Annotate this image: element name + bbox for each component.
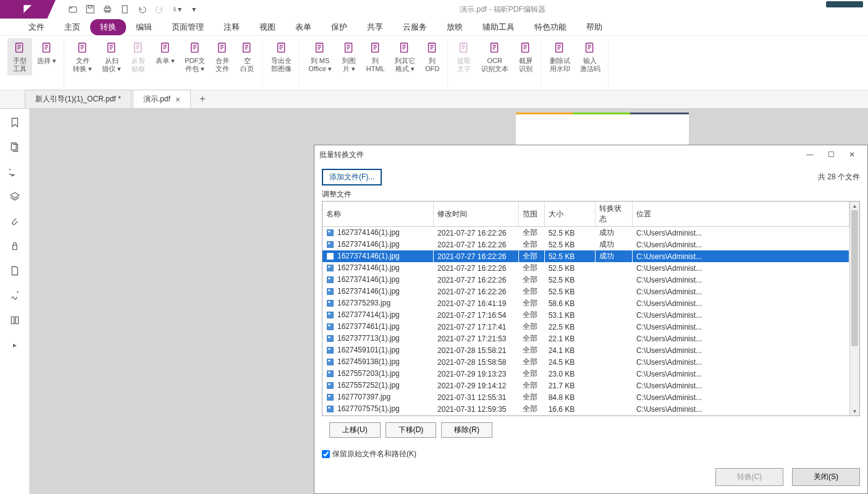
doc-tab[interactable]: 新人引导(1)(1)_OCR.pdf *	[25, 90, 132, 108]
touch-icon[interactable]: ▾	[172, 4, 182, 14]
menu-3[interactable]: 编辑	[126, 19, 162, 35]
ribbon-hand-tool[interactable]: 手型 工具	[7, 38, 32, 75]
ribbon-ocr-text[interactable]: OCR 识别文本	[476, 38, 513, 75]
sidebar-doc-icon[interactable]	[9, 265, 21, 277]
ribbon-from-scanner[interactable]: 从扫 描仪 ▾	[97, 38, 126, 75]
table-row[interactable]: 1627377461(1).jpg2021-07-27 17:17:41全部22…	[322, 321, 849, 333]
scroll-thumb[interactable]	[851, 210, 858, 346]
col-header-status[interactable]: 转换状态	[596, 202, 633, 227]
sidebar-pages-icon[interactable]	[9, 141, 21, 153]
undo-icon[interactable]	[137, 4, 147, 14]
minimize-icon[interactable]: —	[799, 147, 820, 162]
scroll-up-icon[interactable]: ▲	[850, 202, 859, 210]
sidebar-chat-icon[interactable]	[9, 166, 21, 178]
doc-icon[interactable]	[120, 4, 130, 14]
menu-4[interactable]: 页面管理	[162, 19, 214, 35]
svg-rect-2	[88, 6, 92, 8]
table-row[interactable]: 1627557252(1).jpg2021-07-29 19:14:12全部21…	[322, 380, 849, 391]
ribbon-to-msoffice[interactable]: 到 MS Office ▾	[303, 38, 337, 75]
print-icon[interactable]	[103, 4, 112, 14]
menu-13[interactable]: 特色功能	[525, 19, 576, 35]
ribbon-activate[interactable]: 输入 激活码	[575, 38, 605, 75]
col-header-size[interactable]: 大小	[544, 202, 596, 227]
table-row[interactable]: 1627374146(1).jpg2021-07-27 16:22:26全部52…	[322, 250, 849, 262]
new-tab-button[interactable]: +	[192, 90, 213, 108]
table-row[interactable]: 1627707575(1).jpg2021-07-31 12:59:35全部16…	[322, 403, 849, 415]
sidebar-bookmark-icon[interactable]	[9, 116, 21, 129]
sidebar-expand-icon[interactable]: ▸	[9, 339, 21, 351]
ribbon-pdf-package[interactable]: PDF文 件包 ▾	[180, 38, 210, 75]
close-icon[interactable]: ✕	[841, 147, 862, 162]
menu-8[interactable]: 保护	[321, 19, 357, 35]
menu-12[interactable]: 辅助工具	[473, 19, 525, 35]
menu-10[interactable]: 云服务	[393, 19, 437, 35]
table-row[interactable]: 1627375293.jpg2021-07-27 16:41:19全部58.6 …	[322, 297, 849, 309]
ribbon-screen-ocr[interactable]: 截屏 识别	[513, 38, 538, 75]
maximize-icon[interactable]: ☐	[820, 147, 841, 162]
menu-1[interactable]: 主页	[54, 19, 90, 35]
table-row[interactable]: 1627377713(1).jpg2021-07-27 17:21:53全部22…	[322, 333, 849, 344]
table-row[interactable]: 1627374146(1).jpg2021-07-27 16:22:26全部52…	[322, 227, 849, 239]
save-icon[interactable]	[85, 4, 95, 14]
merge-icon	[215, 41, 230, 56]
sidebar-compare-icon[interactable]	[9, 314, 21, 326]
ribbon-to-ofd[interactable]: 到 OFD	[420, 38, 445, 75]
table-row[interactable]: 1627377414(1).jpg2021-07-27 17:16:54全部53…	[322, 309, 849, 321]
app-logo[interactable]	[0, 0, 56, 19]
table-row[interactable]: 1627374146(1).jpg2021-07-27 16:22:26全部52…	[322, 239, 849, 250]
move-down-button[interactable]: 下移(D)	[386, 422, 437, 438]
svg-rect-8	[43, 43, 49, 52]
menu-11[interactable]: 放映	[437, 19, 473, 35]
table-row[interactable]: 1627459101(1).jpg2021-07-28 15:58:21全部24…	[322, 344, 849, 356]
menu-7[interactable]: 表单	[285, 19, 321, 35]
svg-rect-49	[327, 359, 334, 365]
dialog-titlebar[interactable]: 批量转换文件 — ☐ ✕	[314, 145, 867, 164]
table-row[interactable]: 1627707397.jpg2021-07-31 12:55:31全部84.8 …	[322, 391, 849, 403]
ribbon-to-html[interactable]: 到 HTML	[361, 38, 390, 75]
table-row[interactable]: 1627903051(1).jpg2021-08-02 19:17:31全部22…	[322, 415, 849, 415]
ribbon-to-image[interactable]: 到图 片 ▾	[337, 38, 361, 75]
menu-14[interactable]: 帮助	[576, 19, 612, 35]
sidebar-sign-icon[interactable]	[9, 289, 21, 302]
ribbon-blank-page[interactable]: 空 白页	[235, 38, 259, 75]
ribbon-export-images[interactable]: 导出全 部图像	[266, 38, 297, 75]
tab-close-icon[interactable]: ×	[175, 95, 180, 104]
ribbon-remove-watermark[interactable]: 删除试 用水印	[545, 38, 575, 75]
table-row[interactable]: 1627374146(1).jpg2021-07-27 16:22:26全部52…	[322, 262, 849, 274]
scrollbar[interactable]: ▲ ▼	[849, 202, 859, 415]
remove-button[interactable]: 移除(R)	[441, 422, 492, 438]
sidebar-attach-icon[interactable]	[9, 215, 21, 228]
col-header-range[interactable]: 范围	[519, 202, 544, 227]
menu-9[interactable]: 共享	[357, 19, 393, 35]
table-row[interactable]: 1627374146(1).jpg2021-07-27 16:22:26全部52…	[322, 274, 849, 286]
qat-more-icon[interactable]: ▾	[189, 4, 199, 14]
sidebar-layers-icon[interactable]	[9, 190, 21, 203]
open-icon[interactable]	[68, 4, 78, 14]
doc-tab[interactable]: 演示.pdf×	[133, 90, 191, 108]
ribbon-file-convert[interactable]: 文件 转换 ▾	[68, 38, 97, 75]
menu-6[interactable]: 视图	[250, 19, 285, 35]
sidebar-lock-icon[interactable]	[9, 240, 21, 252]
col-header-loc[interactable]: 位置	[633, 202, 849, 227]
ribbon-form[interactable]: 表单 ▾	[151, 38, 180, 67]
add-file-button[interactable]: 添加文件(F)...	[322, 169, 382, 185]
table-row[interactable]: 1627557203(1).jpg2021-07-29 19:13:23全部23…	[322, 368, 849, 380]
keep-original-input[interactable]	[322, 450, 330, 458]
close-button[interactable]: 关闭(S)	[792, 468, 860, 486]
menu-5[interactable]: 注释	[214, 19, 250, 35]
table-row[interactable]: 1627374146(1).jpg2021-07-27 16:22:26全部52…	[322, 286, 849, 297]
keep-original-checkbox[interactable]: 保留原始文件名和路径(K)	[322, 449, 860, 459]
table-row[interactable]: 1627459138(1).jpg2021-07-28 15:58:58全部24…	[322, 356, 849, 368]
menu-0[interactable]: 文件	[19, 19, 54, 35]
col-header-name[interactable]: 名称	[322, 202, 434, 227]
ribbon-to-other[interactable]: 到其它 格式 ▾	[390, 38, 420, 75]
menu-2[interactable]: 转换	[90, 19, 126, 35]
ribbon-merge[interactable]: 合并 文件	[210, 38, 235, 75]
ribbon-select[interactable]: 选择 ▾	[32, 38, 61, 67]
move-up-button[interactable]: 上移(U)	[329, 422, 381, 438]
redo-icon[interactable]	[154, 4, 164, 14]
convert-button[interactable]: 转换(C)	[715, 468, 783, 486]
scroll-down-icon[interactable]: ▼	[850, 407, 859, 415]
file-icon	[326, 323, 335, 331]
col-header-time[interactable]: 修改时间	[434, 202, 519, 227]
